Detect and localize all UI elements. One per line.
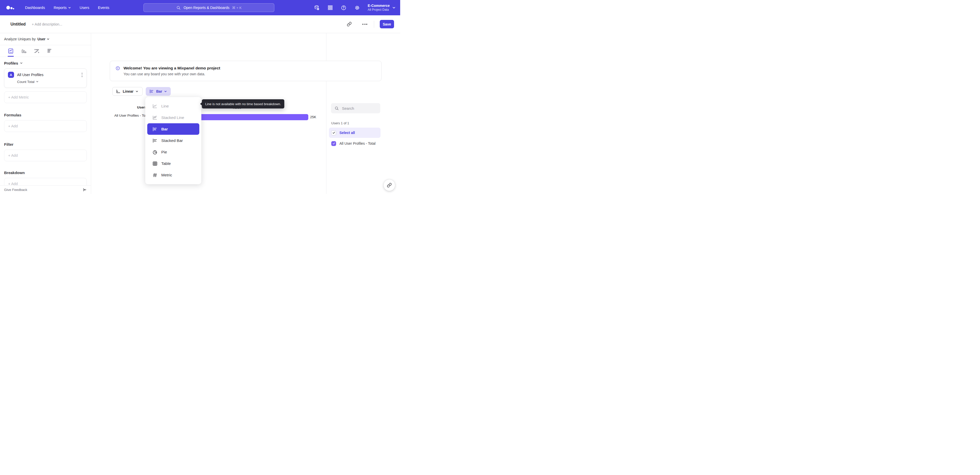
metric-aggregation-selector[interactable]: Count Total: [17, 80, 83, 84]
nav-dashboards[interactable]: Dashboards: [25, 6, 45, 10]
search-placeholder: Open Reports & Dashboards: [183, 6, 229, 10]
tooltip-text: Line is not available with no time based…: [205, 102, 281, 106]
save-button[interactable]: Save: [380, 20, 394, 28]
add-formula-button[interactable]: + Add: [4, 120, 87, 132]
report-canvas: Welcome! You are viewing a Mixpanel demo…: [91, 33, 400, 194]
project-scope: All Project Data: [368, 8, 390, 12]
query-builder-sidebar: Analyze Uniques by User Profiles A All U…: [0, 33, 91, 194]
nav-users-label: Users: [80, 6, 89, 10]
disabled-option-tooltip: Line is not available with no time based…: [202, 99, 284, 108]
metric-more-icon[interactable]: [81, 72, 84, 78]
breakdown-section-title: Breakdown: [4, 171, 87, 175]
check-icon: [332, 142, 335, 145]
report-actions: Save: [347, 20, 394, 28]
menu-item-pie[interactable]: Pie: [147, 146, 199, 158]
help-icon[interactable]: [341, 5, 347, 11]
formulas-section-title: Formulas: [4, 113, 87, 117]
apps-grid-icon[interactable]: [328, 5, 333, 10]
select-all-row[interactable]: Select all: [329, 128, 380, 138]
data-sources-icon[interactable]: [314, 5, 320, 11]
search-shortcut: ⌘ + K: [232, 6, 242, 10]
more-actions-icon[interactable]: [363, 24, 367, 25]
settings-gear-icon[interactable]: [354, 5, 360, 11]
menu-item-stacked-bar[interactable]: Stacked Bar: [147, 135, 199, 146]
analyze-row: Analyze Uniques by User: [0, 33, 91, 45]
search-icon: [176, 5, 181, 10]
linear-scale-icon: [116, 89, 121, 94]
menu-item-metric[interactable]: Metric: [147, 169, 199, 181]
copy-chart-link-button[interactable]: [383, 179, 395, 191]
metric-name: All User Profiles: [17, 73, 81, 77]
metric-card[interactable]: A All User Profiles Count Total: [4, 69, 87, 88]
scale-selector-button[interactable]: Linear: [112, 87, 143, 96]
sidebar-footer: Give Feedback: [0, 185, 91, 194]
metric-aggregation-value: Count Total: [17, 80, 35, 84]
chart-bar-value: 25K: [310, 115, 316, 119]
copy-link-icon[interactable]: [347, 22, 352, 27]
search-icon: [334, 106, 339, 111]
analyze-entity-value: User: [38, 37, 45, 41]
collapse-sidebar-icon[interactable]: [83, 188, 87, 192]
profiles-section-title: Profiles: [4, 61, 18, 65]
global-search[interactable]: Open Reports & Dashboards ⌘ + K: [143, 3, 274, 12]
horizontal-bar-icon: [152, 126, 158, 132]
analyze-entity-selector[interactable]: User: [38, 37, 49, 41]
chart-row-label: All User Profiles - Total: [115, 113, 149, 117]
chart-type-button[interactable]: Bar: [146, 87, 171, 96]
metric-badge: A: [8, 72, 14, 78]
tab-bar-chart[interactable]: [21, 48, 27, 54]
nav-reports[interactable]: Reports: [54, 6, 71, 10]
menu-item-table[interactable]: Table: [147, 158, 199, 169]
give-feedback-link[interactable]: Give Feedback: [4, 188, 27, 192]
menu-item-bar[interactable]: Bar: [147, 123, 199, 135]
flows-icon: [34, 48, 40, 54]
bar-chart-icon: [21, 48, 27, 54]
panel-divider: [326, 33, 326, 194]
report-title[interactable]: Untitled: [11, 22, 26, 27]
chevron-down-icon: [135, 90, 138, 93]
info-icon: [116, 66, 120, 70]
retention-icon: [47, 48, 53, 54]
line-chart-icon: [152, 104, 158, 109]
tab-flows[interactable]: [34, 48, 40, 54]
add-metric-button[interactable]: + Add Metric: [4, 91, 87, 103]
chevron-down-icon: [164, 90, 167, 93]
filter-section-title: Filter: [4, 142, 87, 147]
stacked-bar-icon: [152, 138, 158, 143]
series-row[interactable]: All User Profiles - Total: [329, 138, 389, 148]
report-header-bar: Untitled + Add description... Save: [0, 15, 400, 33]
menu-item-stacked-line: Stacked Line: [147, 112, 199, 123]
select-all-checkbox[interactable]: [331, 131, 336, 135]
demo-banner-title: Welcome! You are viewing a Mixpanel demo…: [124, 66, 220, 70]
pie-chart-icon: [152, 149, 158, 155]
menu-item-line: Line: [147, 100, 199, 112]
stacked-line-icon: [152, 115, 158, 121]
demo-banner: Welcome! You are viewing a Mixpanel demo…: [110, 61, 382, 81]
profiles-section-header[interactable]: Profiles: [4, 61, 87, 65]
tab-insights[interactable]: [8, 48, 14, 54]
top-navigation: Dashboards Reports Users Events Open Rep…: [0, 0, 400, 15]
link-icon: [387, 183, 392, 188]
project-name: E-Commerce: [368, 3, 390, 8]
add-description-button[interactable]: + Add description...: [32, 22, 62, 26]
insights-icon: [8, 48, 14, 54]
active-tab-underline: [8, 56, 14, 57]
nav-dashboards-label: Dashboards: [25, 6, 45, 10]
chart-type-label: Bar: [156, 89, 162, 93]
tab-retention[interactable]: [47, 48, 53, 54]
add-filter-button[interactable]: + Add: [4, 150, 87, 161]
mixpanel-logo-icon[interactable]: [6, 5, 15, 10]
nav-events[interactable]: Events: [98, 6, 109, 10]
demo-banner-subtitle: You can use any board you see with your …: [124, 72, 220, 76]
chevron-down-icon: [36, 80, 38, 83]
check-icon: [332, 131, 335, 134]
nav-reports-label: Reports: [54, 6, 67, 10]
metric-hash-icon: [152, 172, 158, 178]
legend-search-input[interactable]: Search: [331, 103, 380, 113]
select-all-label: Select all: [339, 131, 355, 135]
nav-users[interactable]: Users: [80, 6, 89, 10]
nav-right-cluster: E-Commerce All Project Data: [314, 0, 396, 15]
chevron-down-icon: [47, 38, 49, 41]
project-switcher[interactable]: E-Commerce All Project Data: [368, 3, 396, 12]
series-checkbox[interactable]: [331, 141, 336, 146]
